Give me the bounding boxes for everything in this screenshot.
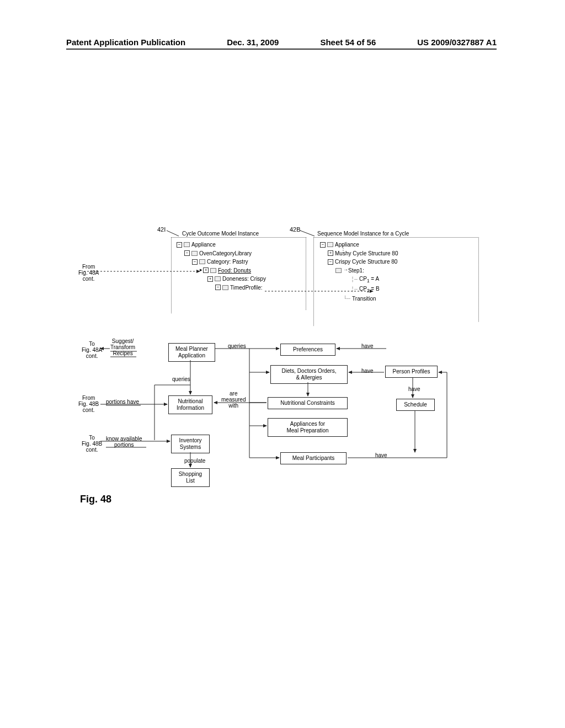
sheet-num: Sheet 54 of 56 [320,38,376,47]
pub-label: Patent Application Publication [66,38,185,47]
diagram-canvas: 42I 42B Cycle Outcome Model Instance Seq… [66,221,502,507]
pub-date: Dec. 31, 2009 [227,38,279,47]
pub-number: US 2009/0327887 A1 [417,38,497,47]
figure-label: Fig. 48 [80,494,111,505]
svg-line-1 [300,231,315,236]
svg-line-0 [167,231,179,236]
